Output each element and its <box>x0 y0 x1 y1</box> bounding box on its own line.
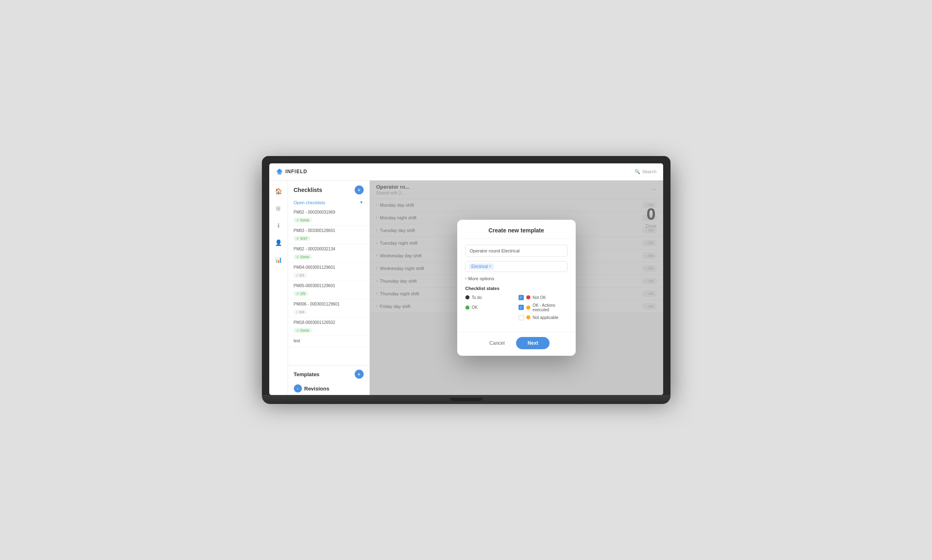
tag-remove-button[interactable]: × <box>489 264 491 268</box>
panel-title: Checklists <box>294 187 322 193</box>
item-name: PM02 - 000200031969 <box>294 210 364 214</box>
todo-label: To do <box>472 295 482 300</box>
screen: INFIELD 🔍 Search 🏠 ⊞ ℹ 👤 📊 <box>269 163 663 395</box>
checkmark-icon: ✓ <box>519 306 523 310</box>
status-badge: ✓ Done <box>294 218 312 223</box>
state-row-empty <box>465 315 514 320</box>
screen-bezel: INFIELD 🔍 Search 🏠 ⊞ ℹ 👤 📊 <box>262 156 671 395</box>
open-checklists-toggle[interactable]: Open checklists ▼ <box>288 198 369 207</box>
state-row-not-ok: ✓ Not OK <box>519 295 568 300</box>
modal-header: Create new template <box>457 220 576 239</box>
item-name: PM03 - 003300128601 <box>294 228 364 233</box>
states-grid: To do ✓ <box>465 295 568 320</box>
state-row-not-applicable: Not applicable <box>519 315 568 320</box>
app: INFIELD 🔍 Search 🏠 ⊞ ℹ 👤 📊 <box>269 163 663 395</box>
item-name: test <box>294 339 364 343</box>
plus-icon: + <box>357 187 360 193</box>
item-name: PM006 - 0003001129601 <box>294 302 364 306</box>
status-badge: ✓ Done <box>294 328 312 333</box>
item-name: PM18-0003001126502 <box>294 320 364 325</box>
status-badge: ○ 0/1 <box>294 273 307 278</box>
templates-header: Templates + <box>294 370 364 379</box>
electrical-tag: Electrical × <box>469 263 494 270</box>
modal-overlay: Create new template Electrical × <box>370 181 663 395</box>
item-name: PM02 - 000200032134 <box>294 247 364 251</box>
sidebar-icons: 🏠 ⊞ ℹ 👤 📊 <box>269 181 288 395</box>
search-label: Search <box>642 169 657 174</box>
not-applicable-label: Not applicable <box>533 315 559 320</box>
logo-text: INFIELD <box>286 169 308 174</box>
template-name-input[interactable] <box>465 245 568 257</box>
search-icon: 🔍 <box>635 169 640 174</box>
laptop-notch <box>450 398 483 401</box>
item-name: PM04-0003001129601 <box>294 265 364 270</box>
status-badge: ○ 0/4 <box>294 310 307 315</box>
status-badge: ✓ Done <box>294 254 312 259</box>
checkmark-icon: ✓ <box>519 295 523 299</box>
todo-dot <box>465 295 469 299</box>
sidebar-icon-info[interactable]: ℹ <box>273 220 284 231</box>
list-item[interactable]: PM04-0003001129601 ○ 0/1 <box>288 263 369 281</box>
templates-section: Templates + <box>288 365 369 381</box>
list-item[interactable]: PM006 - 0003001129601 ○ 0/4 <box>288 299 369 318</box>
status-badge: ✓ 2/5 <box>294 291 308 296</box>
laptop-base <box>262 395 671 404</box>
list-item[interactable]: PM18-0003001126502 ✓ Done <box>288 318 369 336</box>
main-area: 🏠 ⊞ ℹ 👤 📊 Checklists + <box>269 181 663 395</box>
plus-icon: + <box>357 371 360 377</box>
laptop: INFIELD 🔍 Search 🏠 ⊞ ℹ 👤 📊 <box>262 156 671 404</box>
status-badge: ✓ 5/47 <box>294 236 310 241</box>
modal-body: Electrical × › More options <box>457 239 576 332</box>
list-item[interactable]: PM05-0003001129601 ✓ 2/5 <box>288 281 369 299</box>
not-applicable-dot <box>526 315 530 319</box>
add-checklist-button[interactable]: + <box>355 185 364 194</box>
content-area: Operator ro... Shared with 2... ··· › Mo… <box>370 181 663 395</box>
not-ok-label: Not OK <box>533 295 546 300</box>
panel-header: Checklists + <box>288 181 369 198</box>
list-item[interactable]: test <box>288 336 369 347</box>
modal-title: Create new template <box>465 227 568 234</box>
ok-label: OK <box>472 305 478 310</box>
list-item[interactable]: PM03 - 003300128601 ✓ 5/47 <box>288 226 369 244</box>
checklist-items: PM02 - 000200031969 ✓ Done PM03 - 003300… <box>288 207 369 365</box>
list-item[interactable]: PM02 - 000200031969 ✓ Done <box>288 207 369 226</box>
topbar: INFIELD 🔍 Search <box>269 163 663 181</box>
chevron-right-icon: › <box>465 276 467 281</box>
templates-label: Templates <box>294 371 320 377</box>
revisions-label: Revisions <box>304 386 329 392</box>
modal-footer: Cancel Next <box>457 332 576 356</box>
sidebar-icon-home[interactable]: 🏠 <box>273 185 284 197</box>
checklist-states-title: Checklist states <box>465 286 568 291</box>
add-template-button[interactable]: + <box>355 370 364 379</box>
item-name: PM05-0003001129601 <box>294 283 364 288</box>
not-ok-checkbox[interactable]: ✓ <box>519 295 524 300</box>
state-row-todo: To do <box>465 295 514 300</box>
ok-actions-dot <box>526 306 530 310</box>
left-panel: Checklists + Open checklists ▼ PM02 - 00… <box>288 181 370 395</box>
more-options-toggle[interactable]: › More options <box>465 276 568 281</box>
next-button[interactable]: Next <box>516 337 550 349</box>
ok-actions-checkbox[interactable]: ✓ <box>519 305 524 310</box>
sidebar-icon-user[interactable]: 👤 <box>273 237 284 248</box>
tags-field[interactable]: Electrical × <box>465 261 568 272</box>
logo-icon <box>276 168 283 175</box>
not-ok-dot <box>526 295 530 299</box>
sidebar-icon-chart[interactable]: 📊 <box>273 254 284 265</box>
more-options-label: More options <box>468 276 494 281</box>
revisions-section[interactable]: › Revisions <box>288 381 369 395</box>
create-template-modal: Create new template Electrical × <box>457 220 576 356</box>
chevron-down-icon: ▼ <box>360 200 364 205</box>
tag-label: Electrical <box>472 264 488 269</box>
search-area[interactable]: 🔍 Search <box>635 169 657 174</box>
state-row-ok-actions: ✓ OK - Actions executed <box>519 303 568 312</box>
revisions-icon: › <box>294 384 302 393</box>
checklist-states-section: Checklist states To do <box>465 286 568 320</box>
ok-actions-label: OK - Actions executed <box>533 303 568 312</box>
list-item[interactable]: PM02 - 000200032134 ✓ Done <box>288 244 369 263</box>
ok-dot <box>465 306 469 310</box>
not-applicable-checkbox[interactable] <box>519 315 524 320</box>
sidebar-icon-table[interactable]: ⊞ <box>273 203 284 214</box>
logo: INFIELD <box>276 168 308 175</box>
cancel-button[interactable]: Cancel <box>483 337 511 349</box>
state-row-ok: OK <box>465 303 514 312</box>
